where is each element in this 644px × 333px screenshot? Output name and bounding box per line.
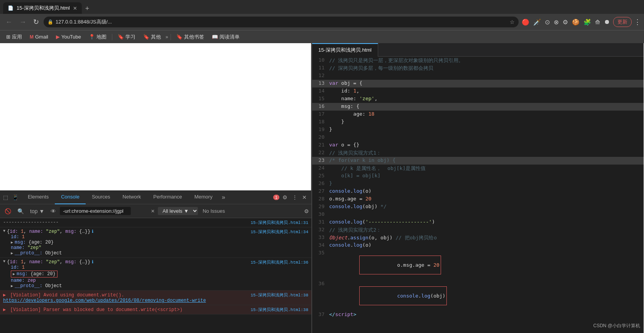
- other-bookmarks-icon: 🔖: [176, 34, 183, 40]
- extension-icon-6[interactable]: 🍪: [571, 18, 580, 27]
- tab-performance[interactable]: Performance: [147, 190, 188, 204]
- editor-active-tab[interactable]: 15-深拷贝和浅拷贝.html: [312, 43, 378, 57]
- extension-icon-5[interactable]: ⚙: [562, 18, 569, 27]
- active-tab[interactable]: 📄 15-深拷贝和浅拷贝.html ✕: [3, 2, 82, 14]
- code-line-15: 15 name: 'zep',: [312, 95, 644, 103]
- code-line-34: 34 console.log(o): [312, 242, 644, 249]
- entry-source-2[interactable]: 15-深拷贝和浅拷贝.html:34: [247, 229, 311, 235]
- violation-text-2: [Violation] Parser was blocked due to do…: [10, 307, 182, 313]
- code-line-28: 28 o.msg.age = 20: [312, 195, 644, 203]
- extension-icon-8[interactable]: ⟰: [594, 18, 601, 27]
- more-tabs-button[interactable]: »: [219, 194, 228, 201]
- console-settings-button[interactable]: ⚙: [304, 208, 309, 214]
- devtools-more-button[interactable]: ⋮: [291, 193, 299, 202]
- extension-icon-9[interactable]: ⏺: [603, 18, 611, 26]
- eye-button[interactable]: 👁: [48, 207, 58, 216]
- main-area: ⬚ 📱 Elements Console Sources Network Per…: [0, 43, 644, 333]
- inspect-element-button[interactable]: ⬚: [2, 193, 10, 202]
- reload-button[interactable]: ↻: [31, 16, 41, 28]
- bookmark-gmail[interactable]: M Gmail: [27, 33, 51, 41]
- console-toolbar: 🚫 🔍 top ▼ 👁 ✕ All levels ▼ No Issues ⚙: [0, 204, 311, 218]
- browser-chrome: 📄 15-深拷贝和浅拷贝.html ✕ + ← → ↻ 🔒 127.0.0.1:…: [0, 0, 644, 43]
- reading-list-icon: 📖: [212, 34, 218, 40]
- prop-msg-2: ▶msg: {age: 20}: [11, 271, 57, 278]
- bookmark-other-bookmarks[interactable]: 🔖 其他书签: [173, 32, 207, 42]
- entry-source-3[interactable]: 15-深拷贝和浅拷贝.html:36: [247, 259, 311, 266]
- top-context-button[interactable]: top ▼: [28, 207, 47, 216]
- code-line-18: 18 }: [312, 118, 644, 126]
- address-bar[interactable]: 🔒 127.0.0.1:8848/JS高级/... ☆: [44, 17, 519, 27]
- violation-link-1[interactable]: https://developers.google.com/web/update…: [3, 298, 206, 303]
- bookmarks-more[interactable]: »: [166, 34, 168, 40]
- devtools-close-button[interactable]: ✕: [301, 193, 308, 202]
- tab-bar: 📄 15-深拷贝和浅拷贝.html ✕ +: [0, 0, 644, 14]
- info-icon-1[interactable]: ℹ: [92, 229, 93, 234]
- expand-arrow-2[interactable]: ▼: [3, 259, 5, 264]
- filter-input[interactable]: [60, 207, 131, 215]
- info-icon-2[interactable]: ℹ: [92, 259, 93, 264]
- prop-name-1: name: "zep": [11, 245, 244, 251]
- editor-content: 10 // 浅拷贝只是拷贝一层，更深层次对象级别的只拷贝引用。 11 // 深拷…: [312, 57, 644, 333]
- watermark: CSDN @小白学计算机: [593, 323, 640, 329]
- code-line-31: 31 console.log('--------------------'): [312, 219, 644, 226]
- code-line-22: 22 // 浅拷贝实现方式1：: [312, 149, 644, 157]
- code-line-13: 13 var obj = {: [312, 80, 644, 87]
- clear-console-button[interactable]: 🚫: [2, 207, 14, 216]
- editor-panel: 15-深拷贝和浅拷贝.html 10 // 浅拷贝只是拷贝一层，更深层次对象级别…: [312, 43, 644, 333]
- extension-icon-4[interactable]: ⊗: [553, 18, 559, 27]
- devtools-settings-button[interactable]: ⚙: [281, 193, 289, 202]
- expand-arrow-1[interactable]: ▼: [3, 229, 5, 233]
- tab-sources[interactable]: Sources: [86, 190, 117, 204]
- extension-icon-2[interactable]: 🗡️: [532, 18, 542, 27]
- no-issues-button[interactable]: No Issues: [199, 207, 228, 215]
- extension-icon-1[interactable]: 🔴: [521, 18, 530, 27]
- bookmarks-bar: ⊞ 应用 M Gmail ▶ YouTube 📍 地图 🔖 学习 🔖 其他 » …: [0, 30, 644, 43]
- back-button[interactable]: ←: [3, 17, 15, 28]
- entry-source-1[interactable]: 15-深拷贝和浅拷贝.html:31: [247, 219, 311, 226]
- separator-text: --------------------: [3, 220, 59, 225]
- log-level-dropdown[interactable]: All levels ▼: [158, 207, 198, 215]
- bookmark-maps[interactable]: 📍 地图: [86, 32, 110, 42]
- bookmark-other[interactable]: 🔖 其他: [140, 32, 164, 42]
- code-line-12: 12: [312, 72, 644, 80]
- code-line-24: 24 // k 是属性名， obj[k]是属性值: [312, 165, 644, 172]
- entry-source-4[interactable]: 15-深拷贝和浅拷贝.html:38: [247, 292, 311, 298]
- code-line-16: 16 msg: {: [312, 103, 644, 111]
- code-line-37: 37 </script>: [312, 311, 644, 319]
- extension-icon-7[interactable]: 🧩: [583, 18, 592, 27]
- bookmark-youtube[interactable]: ▶ YouTube: [53, 33, 84, 41]
- forward-button[interactable]: →: [17, 17, 29, 28]
- code-line-23: 23 /* for(var k in obj) {: [312, 157, 644, 165]
- bookmark-reading-list[interactable]: 📖 阅读清单: [209, 32, 243, 42]
- new-tab-button[interactable]: +: [82, 3, 93, 14]
- tab-console[interactable]: Console: [55, 190, 86, 204]
- violation-icon-2: ▶: [3, 307, 6, 313]
- prop-name-2: name: zep: [11, 278, 244, 283]
- menu-button[interactable]: ⋮: [634, 18, 641, 26]
- tab-memory[interactable]: Memory: [188, 190, 219, 204]
- extension-icon-3[interactable]: ⊙: [544, 18, 551, 27]
- bookmark-study[interactable]: 🔖 学习: [115, 32, 139, 42]
- error-badge: 1: [273, 195, 279, 200]
- code-line-17: 17 age: 18: [312, 111, 644, 118]
- update-button[interactable]: 更新: [613, 17, 632, 27]
- tab-close-button[interactable]: ✕: [73, 5, 77, 11]
- console-output: -------------------- 15-深拷贝和浅拷贝.html:31 …: [0, 218, 311, 333]
- maps-icon: 📍: [89, 34, 95, 40]
- star-icon[interactable]: ☆: [510, 19, 515, 25]
- code-line-27: 27 console.log(o): [312, 188, 644, 195]
- editor-tab-bar: 15-深拷贝和浅拷贝.html: [312, 43, 644, 57]
- code-line-19: 19 }: [312, 126, 644, 134]
- code-line-36: 36 console.log(obj): [312, 280, 644, 311]
- device-toolbar-button[interactable]: 📱: [10, 193, 20, 202]
- code-line-32: 32 // 浅拷贝实现方式2：: [312, 226, 644, 234]
- tab-network[interactable]: Network: [117, 190, 147, 204]
- bookmark-apps[interactable]: ⊞ 应用: [3, 32, 25, 42]
- entry-source-5[interactable]: 15-深拷贝和浅拷贝.html:38: [247, 306, 311, 313]
- devtools-panel: ⬚ 📱 Elements Console Sources Network Per…: [0, 190, 311, 333]
- tab-elements[interactable]: Elements: [22, 190, 55, 204]
- filter-button[interactable]: 🔍: [15, 207, 26, 216]
- prop-msg-1: ▶msg: {age: 20}: [11, 240, 244, 245]
- clear-filter-button[interactable]: ✕: [151, 209, 155, 214]
- code-line-25: 25 o[k] = obj[k]: [312, 172, 644, 180]
